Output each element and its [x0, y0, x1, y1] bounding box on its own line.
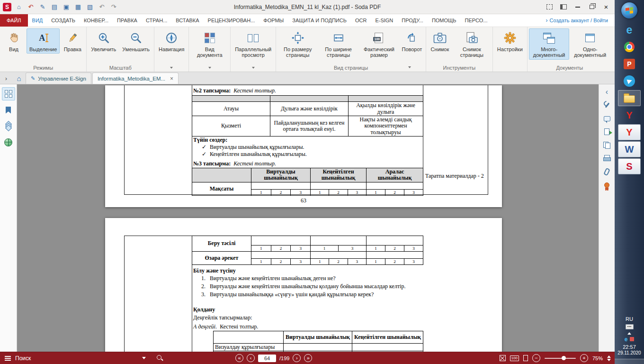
tray-alert-icon[interactable] [630, 337, 634, 341]
page-last-button[interactable]: » [304, 354, 312, 362]
page-snapshot-button[interactable]: Снимок страницы [453, 28, 491, 60]
right-panel-collapse-chevron-icon[interactable]: ‹ [601, 86, 613, 98]
page-number-input[interactable]: 64 [258, 355, 276, 362]
keyboard-icon[interactable] [626, 324, 634, 329]
tab-close-icon[interactable]: × [170, 75, 173, 82]
tools-wrench-icon[interactable] [601, 100, 613, 111]
view-mode-button[interactable]: Вид [1, 28, 26, 54]
close-button[interactable]: × [602, 3, 610, 11]
search-label[interactable]: Поиск [15, 355, 31, 362]
taskbar-yandex-icon[interactable]: Y [618, 107, 641, 123]
taskbar-sodapdf-icon[interactable]: S [618, 158, 641, 174]
fullscreen-icon[interactable] [546, 3, 553, 11]
settings-button[interactable]: Настройки [494, 28, 526, 54]
actual-size-button[interactable]: 100 Фактический размер [359, 28, 399, 60]
taskbar-ie-icon[interactable]: e [618, 22, 641, 38]
menu-pages[interactable]: СТРАН... [142, 14, 171, 27]
notebook-icon[interactable]: ▤ [50, 3, 59, 11]
edit-mode-button[interactable]: Правка [60, 28, 85, 54]
save-icon[interactable]: ▣ [62, 3, 71, 11]
navigation-button[interactable]: Навигация [156, 28, 187, 54]
taskbar-date[interactable]: 29.11.2020 [617, 350, 641, 356]
snapshot-button[interactable]: Снимок [428, 28, 452, 54]
show-desktop-button[interactable] [615, 359, 644, 364]
fit-page-status-icon[interactable] [523, 355, 528, 361]
parallel-dropdown-caret[interactable] [252, 67, 255, 69]
menu-esign[interactable]: E-SIGN [371, 14, 397, 27]
print-icon[interactable] [601, 153, 613, 164]
home-icon[interactable]: ⌂ [15, 3, 23, 11]
menu-view[interactable]: ВИД [28, 14, 47, 27]
taskbar-word-icon[interactable]: W [618, 141, 641, 157]
tab-document[interactable]: Informatika_Metodika_EM... × [92, 73, 179, 84]
zoom-in-button-status[interactable]: + [580, 354, 588, 362]
export-icon[interactable] [601, 126, 613, 137]
menu-ocr[interactable]: OCR [351, 14, 371, 27]
fit-page-button[interactable]: По размеру страницы [277, 28, 318, 60]
redo-icon[interactable]: ↷ [109, 3, 118, 11]
zoom-out-button-status[interactable]: − [532, 354, 540, 362]
search-icon[interactable] [156, 355, 163, 362]
zoom-out-button[interactable]: Уменьшить [119, 28, 152, 54]
menu-convert[interactable]: КОНВЕР... [80, 14, 113, 27]
comments-icon[interactable] [601, 113, 613, 124]
menu-edit[interactable]: ПРАВКА [113, 14, 142, 27]
taskbar-yandex-browser-icon[interactable]: Y [618, 124, 641, 140]
menu-create[interactable]: СОЗДАТЬ [47, 14, 80, 27]
taskbar-telegram-icon[interactable] [618, 73, 641, 89]
tray-expand-chevron-icon[interactable] [627, 332, 631, 335]
search-menu-icon[interactable] [5, 356, 11, 361]
menu-insert[interactable]: ВСТАВКА [171, 14, 203, 27]
menu-personal[interactable]: ПЕРСО... [461, 14, 492, 27]
fit-width-button[interactable]: По ширине страницы [318, 28, 358, 60]
statusbar-expand-chevrons-icon[interactable] [607, 355, 611, 361]
rotate-button[interactable]: Поворот [400, 28, 424, 54]
menu-review[interactable]: РЕЦЕНЗИРОВАН... [204, 14, 259, 27]
menu-forms[interactable]: ФОРМЫ [259, 14, 288, 27]
fullscreen-fit-icon[interactable] [500, 355, 506, 361]
page-first-button[interactable]: « [235, 354, 243, 362]
zoom-in-button[interactable]: Увеличить [88, 28, 119, 54]
rotate-dropdown-caret[interactable] [408, 66, 411, 68]
undo-red-icon[interactable]: ↶ [27, 3, 35, 11]
taskbar-chrome-icon[interactable] [618, 39, 641, 55]
taskbar-powerpoint-icon[interactable]: P [618, 56, 641, 72]
docview-dropdown-caret[interactable] [208, 67, 211, 69]
home-tab-button[interactable]: ⌂ [12, 73, 26, 84]
web-panel-button[interactable] [2, 136, 15, 149]
taskbar-folder-icon[interactable] [618, 90, 641, 106]
zoom-slider[interactable] [545, 358, 576, 359]
language-indicator[interactable]: RU [626, 316, 633, 322]
actual-size-100-button[interactable]: 100 [510, 355, 519, 361]
copy-pages-icon[interactable] [601, 139, 613, 151]
stamp-badge-icon[interactable] [601, 179, 613, 191]
page-next-button[interactable]: › [293, 354, 301, 362]
document-canvas[interactable]: №2 тапсырма: Кестені толтыр. Атауы Дулығ… [17, 84, 599, 352]
menu-file[interactable]: ФАЙЛ [0, 14, 28, 27]
left-panel-toggle-chevron-icon[interactable]: › [0, 73, 12, 84]
menu-help[interactable]: ПОМОЩЬ [428, 14, 461, 27]
attachments-clip-icon[interactable] [601, 166, 613, 177]
zoom-slider-handle[interactable] [562, 356, 566, 360]
panels-icon[interactable] [560, 3, 567, 11]
single-document-button[interactable]: Одно-документный [570, 28, 610, 60]
taskbar-clock[interactable]: 22:57 [623, 344, 636, 350]
edit-pencil-icon[interactable]: ✎ [38, 3, 47, 11]
menu-protect[interactable]: ЗАЩИТА И ПОДПИСЬ [288, 14, 351, 27]
maximize-button[interactable] [588, 3, 596, 11]
menu-products[interactable]: ПРОДУ... [397, 14, 428, 27]
page-prev-button[interactable]: ‹ [247, 354, 255, 362]
start-button[interactable] [621, 2, 637, 18]
bookmarks-panel-button[interactable] [2, 103, 15, 117]
minimize-button[interactable] [574, 3, 581, 11]
parallel-view-button[interactable]: Параллельный просмотр [232, 28, 274, 60]
navigation-dropdown-caret[interactable] [170, 67, 173, 69]
account-link[interactable]: › Создать аккаунт / Войти [546, 14, 615, 27]
document-icon[interactable]: ▧ [86, 3, 94, 11]
layers-panel-button[interactable] [2, 119, 15, 133]
select-mode-button[interactable]: A Выделение [27, 28, 60, 54]
tray-ie-icon[interactable]: e [625, 337, 628, 342]
tab-esign-management[interactable]: ✎ Управление E-Sign [26, 73, 91, 84]
undo-icon[interactable]: ↶ [98, 3, 106, 11]
thumbnails-panel-button[interactable] [2, 87, 15, 100]
